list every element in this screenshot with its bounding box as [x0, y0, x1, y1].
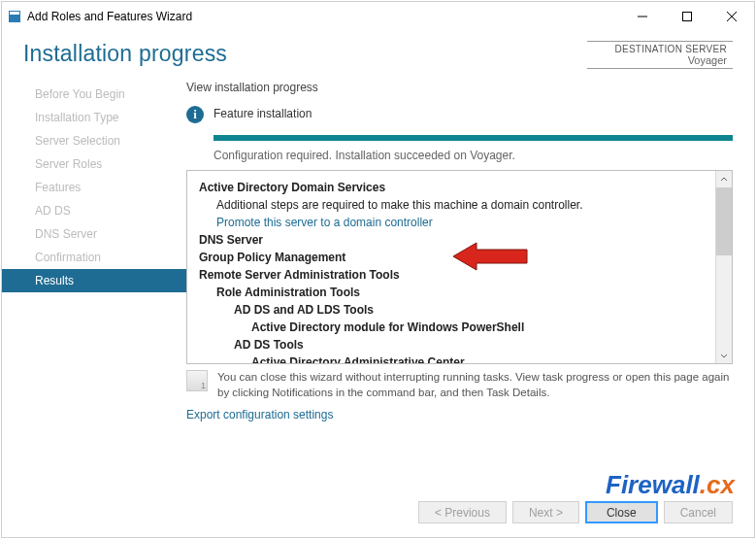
previous-button: < Previous [418, 501, 507, 523]
close-window-button[interactable] [709, 2, 754, 31]
scroll-thumb[interactable] [716, 187, 732, 255]
scroll-up-icon[interactable] [716, 171, 732, 187]
sidebar-item-server-selection: Server Selection [2, 129, 186, 152]
results-box: Active Directory Domain Services Additio… [186, 170, 733, 364]
result-adds-title: Active Directory Domain Services [199, 181, 385, 194]
svg-rect-3 [683, 13, 692, 21]
destination-label: DESTINATION SERVER [593, 44, 727, 54]
scroll-down-icon[interactable] [716, 347, 732, 363]
progress-bar [214, 135, 733, 141]
wizard-content: View installation progress i Feature ins… [186, 81, 733, 493]
result-adds-tools: AD DS Tools [234, 338, 304, 352]
app-icon [8, 10, 21, 23]
result-dns-title: DNS Server [199, 233, 263, 247]
wizard-sidebar: Before You Begin Installation Type Serve… [2, 81, 186, 493]
page-title: Installation progress [23, 41, 227, 67]
sidebar-item-server-roles: Server Roles [2, 152, 186, 176]
flag-icon: 1 [186, 370, 208, 391]
destination-name: Voyager [593, 54, 727, 66]
result-adds-note: Additional steps are required to make th… [199, 196, 706, 214]
result-rsat-title: Remote Server Administration Tools [199, 268, 400, 282]
info-icon: i [186, 106, 204, 123]
hint-row: 1 You can close this wizard without inte… [186, 370, 733, 400]
results-list: Active Directory Domain Services Additio… [187, 171, 715, 363]
titlebar: Add Roles and Features Wizard [2, 2, 754, 31]
promote-link[interactable]: Promote this server to a domain controll… [216, 216, 433, 229]
sidebar-item-ad-ds: AD DS [2, 199, 186, 222]
wizard-footer: < Previous Next > Close Cancel [2, 493, 754, 537]
svg-rect-1 [10, 12, 19, 15]
wizard-window: Add Roles and Features Wizard Installati… [1, 1, 755, 538]
result-ad-ps: Active Directory module for Windows Powe… [251, 320, 524, 334]
hint-text: You can close this wizard without interr… [217, 370, 733, 400]
result-adac: Active Directory Administrative Center [251, 355, 465, 363]
sidebar-item-results[interactable]: Results [2, 269, 186, 292]
status-label: Feature installation [214, 107, 312, 120]
close-button[interactable]: Close [585, 501, 658, 523]
sidebar-item-before-you-begin: Before You Begin [2, 83, 186, 106]
sidebar-item-features: Features [2, 176, 186, 199]
status-row: i Feature installation [186, 106, 733, 123]
destination-server-block: DESTINATION SERVER Voyager [587, 41, 733, 69]
content-heading: View installation progress [186, 81, 733, 94]
window-controls [620, 2, 754, 31]
sidebar-item-dns-server: DNS Server [2, 222, 186, 246]
results-scrollbar[interactable] [715, 171, 732, 363]
result-role-admin: Role Administration Tools [216, 286, 360, 299]
export-settings-link[interactable]: Export configuration settings [186, 408, 733, 421]
wizard-header: Installation progress DESTINATION SERVER… [2, 31, 754, 69]
progress-bar-fill [214, 135, 733, 141]
maximize-button[interactable] [665, 2, 709, 31]
result-gpm-title: Group Policy Management [199, 251, 345, 264]
result-adds-lds: AD DS and AD LDS Tools [234, 303, 374, 317]
minimize-button[interactable] [620, 2, 665, 31]
cancel-button: Cancel [664, 501, 733, 523]
window-title: Add Roles and Features Wizard [27, 10, 620, 23]
wizard-body: Before You Begin Installation Type Serve… [2, 69, 754, 493]
sidebar-item-installation-type: Installation Type [2, 106, 186, 129]
status-subtext: Configuration required. Installation suc… [214, 149, 733, 162]
next-button: Next > [512, 501, 579, 523]
sidebar-item-confirmation: Confirmation [2, 246, 186, 269]
